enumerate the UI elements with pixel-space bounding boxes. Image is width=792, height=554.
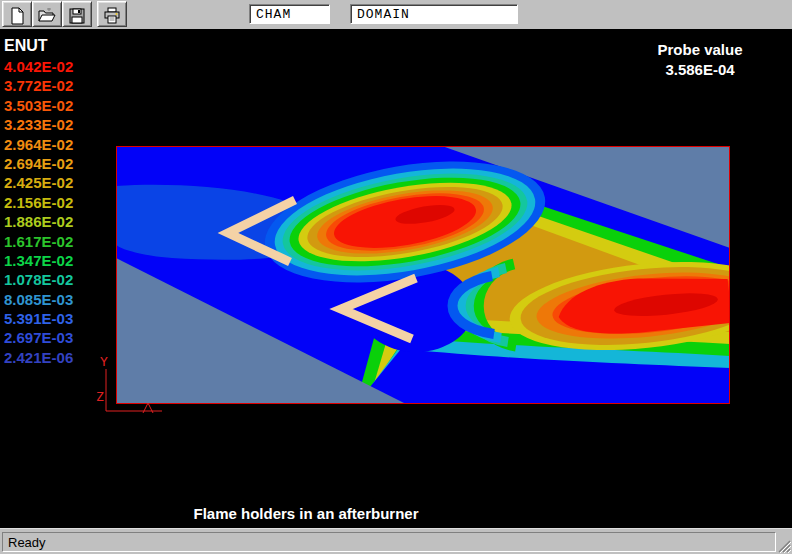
legend-entry: 1.078E-02	[4, 271, 73, 290]
printer-icon	[103, 7, 121, 25]
legend-entry: 3.503E-02	[4, 97, 73, 116]
legend-entry: 8.085E-03	[4, 291, 73, 310]
toolbar: CHAM DOMAIN	[0, 0, 792, 30]
status-message: Ready	[2, 532, 776, 552]
save-file-button[interactable]	[62, 1, 92, 27]
legend-entry: 3.233E-02	[4, 116, 73, 135]
legend-entry: 1.347E-02	[4, 252, 73, 271]
legend-entry: 1.617E-02	[4, 233, 73, 252]
resize-grip-icon[interactable]	[778, 540, 791, 553]
new-document-button[interactable]	[2, 1, 32, 27]
open-folder-icon	[38, 7, 56, 25]
save-floppy-icon	[68, 7, 86, 25]
probe-readout: Probe value 3.586E-04	[620, 40, 780, 80]
probe-value: 3.586E-04	[620, 60, 780, 80]
legend-entry: 2.964E-02	[4, 136, 73, 155]
legend-entry: 5.391E-03	[4, 310, 73, 329]
new-document-icon	[8, 7, 26, 25]
legend-entry: 2.156E-02	[4, 194, 73, 213]
domain-field[interactable]: DOMAIN	[350, 4, 518, 24]
print-button[interactable]	[97, 1, 127, 27]
plot-caption: Flame holders in an afterburner	[106, 505, 506, 522]
legend-entry: 2.425E-02	[4, 174, 73, 193]
status-bar: Ready	[0, 528, 792, 554]
legend-entry: 3.772E-02	[4, 77, 73, 96]
phoenics-viewer-window: CHAM DOMAIN ENUT 4.042E-02 3.772E-02 3.5…	[0, 0, 792, 554]
y-axis-label: Y	[100, 354, 108, 369]
axis-triad: Y Z	[90, 345, 170, 420]
legend-entry: 4.042E-02	[4, 58, 73, 77]
contour-legend: 4.042E-02 3.772E-02 3.503E-02 3.233E-02 …	[4, 58, 73, 368]
cham-field[interactable]: CHAM	[249, 4, 330, 24]
legend-entry: 2.694E-02	[4, 155, 73, 174]
probe-label: Probe value	[620, 40, 780, 60]
graphics-area: ENUT 4.042E-02 3.772E-02 3.503E-02 3.233…	[0, 30, 792, 528]
z-axis-label: Z	[96, 389, 104, 404]
contour-plot-canvas[interactable]	[116, 146, 730, 404]
legend-entry: 2.697E-03	[4, 329, 73, 348]
legend-entry: 1.886E-02	[4, 213, 73, 232]
open-file-button[interactable]	[32, 1, 62, 27]
variable-name-label: ENUT	[4, 37, 48, 55]
legend-entry: 2.421E-06	[4, 349, 73, 368]
